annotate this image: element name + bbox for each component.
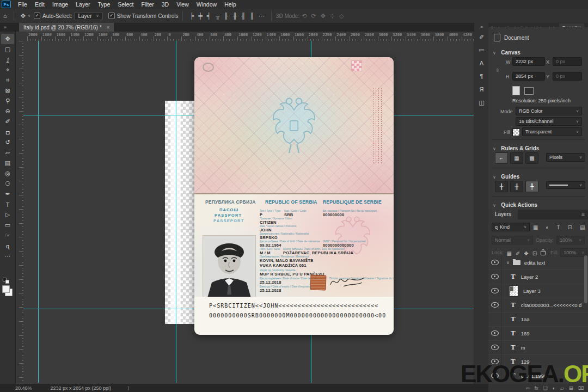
opacity-select[interactable]: 100% ∨: [556, 236, 585, 244]
chevron-down-icon[interactable]: ∨: [506, 260, 510, 265]
tool-edit-toolbar[interactable]: ⋯: [1, 251, 14, 261]
tool-brush[interactable]: ✐: [1, 117, 14, 127]
tab-layers[interactable]: Layers: [488, 210, 518, 221]
menu-filter[interactable]: Filter: [137, 1, 157, 8]
auto-select-target-select[interactable]: Layer ∨: [74, 12, 102, 20]
canvas-section-header[interactable]: ∨ Canvas: [493, 47, 520, 57]
layer-visibility-toggle[interactable]: [488, 255, 502, 270]
zoom-level-field[interactable]: 20.46%: [15, 385, 32, 391]
home-icon[interactable]: ⌂: [3, 13, 7, 19]
guide-style-select[interactable]: ∨: [546, 181, 585, 189]
tool-eraser[interactable]: ▱: [1, 148, 14, 158]
layer-visibility-toggle[interactable]: [488, 340, 502, 354]
menu-layer[interactable]: Layer: [72, 1, 94, 8]
libraries-panel-icon[interactable]: ◫: [474, 96, 489, 109]
layer-row-6[interactable]: Tm: [488, 340, 588, 355]
menu-file[interactable]: File: [14, 1, 31, 8]
toggle-pixel-grid-button[interactable]: ▩: [525, 152, 538, 164]
mode-select[interactable]: RGB Color ∨: [516, 107, 582, 115]
bit-depth-select[interactable]: 16 Bits/Channel ∨: [516, 117, 582, 126]
menu-window[interactable]: Window: [193, 1, 220, 8]
guide-vertical-1[interactable]: [38, 41, 39, 383]
tool-history-brush[interactable]: ↺: [1, 137, 14, 148]
status-chevron-icon[interactable]: ⟩: [127, 385, 130, 391]
distribute-center-icon[interactable]: ╫: [232, 13, 237, 19]
tool-pen[interactable]: ✒: [1, 189, 14, 199]
paragraph-panel-icon[interactable]: ¶: [474, 70, 489, 83]
layer-visibility-toggle[interactable]: [488, 298, 502, 312]
menu-image[interactable]: Image: [48, 1, 72, 8]
tool-hand[interactable]: ☞: [1, 230, 14, 241]
layer-visibility-toggle[interactable]: [488, 270, 502, 284]
filter-pixel-layers-icon[interactable]: ▦: [533, 224, 538, 230]
tool-eyedropper[interactable]: ⚲: [1, 96, 14, 106]
chevron-down-icon[interactable]: ∨: [28, 14, 30, 18]
auto-select-checkbox[interactable]: ✓: [34, 13, 40, 19]
tool-clone-stamp[interactable]: ◘: [1, 127, 14, 137]
expand-panels-icon[interactable]: «: [474, 23, 489, 30]
layer-row-5[interactable]: T169: [488, 326, 588, 341]
character-panel-icon[interactable]: A: [474, 57, 489, 70]
layer-row-2[interactable]: Layer 3: [488, 284, 588, 298]
layers-scrollbar[interactable]: [584, 255, 587, 303]
lock-all-icon[interactable]: [541, 251, 546, 255]
layer-visibility-toggle[interactable]: [488, 284, 502, 298]
horizontal-ruler[interactable]: 2000180016001400120010008006004002000200…: [23, 32, 474, 41]
toggle-grid-button[interactable]: ▦: [510, 152, 523, 164]
layer-visibility-toggle[interactable]: [488, 326, 502, 340]
foreground-color-swatch[interactable]: [2, 285, 10, 293]
move-tool-icon[interactable]: ✥: [21, 13, 26, 20]
tool-frame[interactable]: ⊠: [1, 85, 14, 96]
menu-view[interactable]: View: [173, 1, 193, 8]
align-left-icon[interactable]: ╞: [189, 13, 194, 19]
tool-object-selection[interactable]: ⌖: [1, 65, 14, 75]
distribute-vertical-icon[interactable]: ║: [250, 13, 254, 19]
tool-blur[interactable]: ◎: [1, 168, 14, 179]
layer-row-1[interactable]: TLayer 2: [488, 270, 588, 284]
lock-guides-button[interactable]: ╫: [510, 181, 523, 192]
filter-shape-layers-icon[interactable]: ⊡: [568, 224, 572, 230]
panel-menu-icon[interactable]: ≡: [581, 211, 585, 217]
collapse-toolbar-icon[interactable]: »: [4, 24, 7, 30]
link-dimensions-icon[interactable]: ∞: [495, 69, 500, 72]
clone-source-panel-icon[interactable]: ≔: [474, 44, 489, 57]
tool-lasso[interactable]: ʆ: [1, 54, 14, 65]
distribute-left-icon[interactable]: ╟: [224, 13, 229, 19]
orientation-portrait-button[interactable]: [512, 86, 520, 95]
canvas-width-field[interactable]: 2232 px: [512, 57, 545, 66]
filter-type-layers-icon[interactable]: T: [557, 224, 560, 230]
canvas-area[interactable]: РЕПУБЛИКА СРБИЈА REPUBLIC OF SERBIA REPU…: [23, 41, 474, 383]
layer-row-3[interactable]: Tcita0000000...<<<<<<<0 d: [488, 298, 588, 313]
tool-zoom[interactable]: ɋ: [1, 241, 14, 251]
tool-path-selection[interactable]: ▷: [1, 210, 14, 220]
blend-mode-select[interactable]: Normal ∨: [492, 236, 533, 244]
menu-edit[interactable]: Edit: [31, 1, 48, 8]
menu-type[interactable]: Type: [94, 1, 114, 8]
orientation-landscape-button[interactable]: [524, 87, 534, 95]
filter-smart-objects-icon[interactable]: ▤: [580, 224, 585, 230]
tool-move[interactable]: ✥: [1, 34, 14, 44]
brush-settings-panel-icon[interactable]: ✐: [474, 30, 489, 44]
show-transform-checkbox[interactable]: ✓: [108, 13, 115, 19]
vertical-ruler[interactable]: [15, 41, 24, 383]
more-options-icon[interactable]: ⋯: [259, 13, 265, 20]
ruler-corner[interactable]: [15, 32, 24, 41]
filter-adjustment-layers-icon[interactable]: ◐: [546, 224, 549, 230]
menu-help[interactable]: Help: [220, 1, 240, 8]
menu-3d[interactable]: 3D: [158, 1, 173, 8]
layer-row-0[interactable]: ∨edita text: [488, 255, 588, 270]
layer-visibility-toggle[interactable]: [488, 312, 502, 326]
tool-rectangular-marquee[interactable]: ▢: [1, 44, 14, 54]
rulers-grids-section-header[interactable]: ∨ Rulers & Grids: [493, 143, 539, 152]
toggle-rulers-button[interactable]: ⌐: [495, 152, 508, 164]
tool-type[interactable]: T: [1, 199, 14, 210]
tool-dodge[interactable]: ⚆: [1, 179, 14, 189]
align-center-horizontal-icon[interactable]: ╪: [198, 13, 203, 19]
tool-crop[interactable]: ⌗: [1, 75, 14, 85]
quick-actions-section-header[interactable]: ∨ Quick Actions: [493, 199, 537, 209]
guide-vertical-2[interactable]: [176, 41, 176, 383]
distribute-right-icon[interactable]: ╢: [241, 13, 246, 19]
switch-colors-icon[interactable]: [5, 280, 9, 284]
close-icon[interactable]: ×: [107, 24, 110, 30]
align-top-icon[interactable]: ╥: [216, 13, 220, 19]
